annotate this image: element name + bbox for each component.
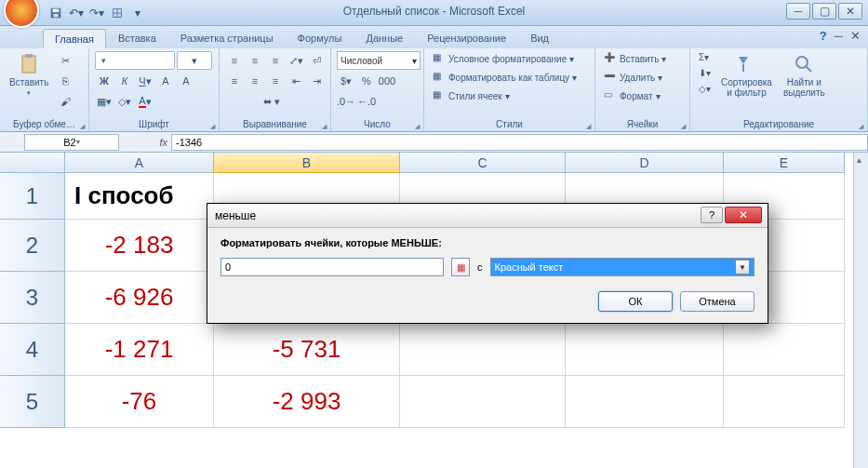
dialog-close-button[interactable]: ✕	[725, 207, 762, 223]
modal-overlay: меньше ? ✕ Форматировать ячейки, которые…	[0, 0, 868, 468]
with-label: с	[477, 261, 483, 273]
dialog-title: меньше	[215, 209, 256, 222]
format-select[interactable]: Красный текст ▼	[490, 258, 755, 276]
range-selector-icon[interactable]: ▦	[451, 258, 470, 276]
dialog-titlebar[interactable]: меньше ? ✕	[207, 204, 768, 228]
threshold-input[interactable]	[220, 258, 444, 276]
ok-button[interactable]: ОК	[598, 291, 673, 312]
chevron-down-icon: ▼	[735, 260, 750, 274]
cancel-button[interactable]: Отмена	[680, 291, 754, 312]
dialog-label: Форматировать ячейки, которые МЕНЬШЕ:	[220, 237, 754, 248]
less-than-dialog: меньше ? ✕ Форматировать ячейки, которые…	[207, 203, 768, 324]
dialog-help-button[interactable]: ?	[701, 207, 723, 223]
